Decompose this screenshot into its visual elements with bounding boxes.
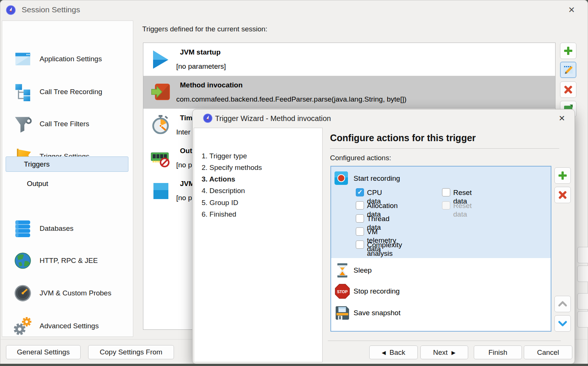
partial-button	[577, 293, 588, 310]
call-tree-icon	[13, 83, 32, 101]
trigger-subtitle: com.commafeed.backend.feed.FeedParser.pa…	[176, 95, 407, 103]
copy-settings-from-button[interactable]: Copy Settings From	[88, 345, 174, 359]
triggers-list-caption: Triggers defined for the current session…	[142, 25, 267, 33]
next-button[interactable]: Next ▶	[420, 345, 468, 359]
cpu-data-checkbox[interactable]	[356, 188, 364, 196]
database-icon	[13, 219, 32, 238]
button-label: Back	[389, 348, 405, 357]
sidebar-item-call-tree-filters[interactable]: Call Tree Filters	[2, 111, 133, 137]
wizard-step-finished[interactable]: 6. Finished	[202, 208, 236, 220]
sidebar-item-label: Databases	[40, 224, 74, 233]
wizard-step-group-id[interactable]: 5. Group ID	[202, 197, 238, 208]
sidebar-item-output[interactable]: Output	[6, 176, 128, 191]
wizard-footer-separator	[328, 341, 561, 341]
delete-x-icon	[557, 190, 568, 200]
action-item-save-snapshot[interactable]: Save snapshot	[331, 303, 551, 323]
delete-trigger-button[interactable]	[560, 81, 576, 98]
play-icon	[151, 49, 170, 70]
action-item-stop-recording[interactable]: STOP Stop recording	[331, 281, 551, 302]
sidebar-item-label: HTTP, RPC & JEE	[40, 257, 98, 265]
general-settings-button[interactable]: General Settings	[6, 345, 81, 359]
checkbox-label: Complexity analysis	[367, 241, 402, 258]
trigger-title: Out	[180, 147, 192, 155]
sidebar-item-call-tree-recording[interactable]: Call Tree Recording	[2, 79, 133, 105]
sidebar-item-http-rpc-jee[interactable]: HTTP, RPC & JEE	[2, 248, 133, 274]
move-action-down-button[interactable]	[554, 315, 571, 332]
wizard-step-specify-methods[interactable]: 2. Specify methods	[202, 162, 262, 173]
window-bottom-shadow	[0, 364, 588, 366]
gauge-icon	[13, 284, 32, 303]
trigger-subtitle: [no parameters]	[176, 62, 226, 71]
trigger-title: Tim	[180, 114, 192, 122]
trigger-row-jvm-startup[interactable]: JVM startup [no parameters]	[143, 43, 555, 76]
complexity-analysis-checkbox[interactable]	[356, 241, 364, 249]
sidebar-item-advanced-settings[interactable]: Advanced Settings	[2, 313, 133, 339]
finish-button[interactable]: Finish	[474, 345, 522, 359]
sidebar-item-databases[interactable]: Databases	[2, 215, 133, 242]
chevron-up-icon	[558, 299, 567, 309]
memory-icon	[151, 148, 170, 168]
action-label: Stop recording	[354, 287, 400, 295]
allocation-data-checkbox[interactable]	[356, 201, 364, 210]
action-label: Sleep	[354, 266, 372, 274]
vm-telemetry-data-checkbox[interactable]	[356, 227, 364, 236]
window-titlebar: Session Settings ✕	[0, 0, 588, 21]
settings-sidebar: Application Settings Call Tree Recording…	[2, 21, 133, 337]
delete-x-icon	[563, 84, 573, 95]
stop-sign-icon: STOP	[335, 284, 350, 299]
app-window-icon	[13, 50, 32, 68]
reset-data-checkbox-disabled	[442, 201, 450, 210]
sidebar-item-label: Advanced Settings	[40, 322, 99, 330]
sidebar-item-label: Call Tree Filters	[40, 120, 89, 128]
funnel-icon	[13, 115, 32, 133]
sidebar-item-label: Application Settings	[40, 55, 102, 63]
sidebar-item-application-settings[interactable]: Application Settings	[2, 46, 133, 72]
edit-pencil-icon	[563, 64, 574, 75]
trigger-row-method-invocation[interactable]: Method invocation com.commafeed.backend.…	[143, 76, 555, 109]
move-action-up-button[interactable]	[554, 296, 571, 312]
trigger-title: JVM startup	[180, 48, 221, 56]
configured-actions-panel: Start recording CPU data Allocation data…	[330, 166, 551, 332]
cancel-button[interactable]: Cancel	[524, 345, 572, 359]
sidebar-item-label: Call Tree Recording	[40, 88, 102, 96]
method-arrow-icon	[151, 82, 170, 103]
wizard-step-description[interactable]: 4. Description	[202, 185, 245, 196]
trigger-subtitle: [no p	[176, 161, 192, 169]
wizard-step-trigger-type[interactable]: 1. Trigger type	[202, 150, 247, 162]
jvm-square-icon	[151, 180, 170, 201]
trigger-subtitle: [no p	[176, 194, 192, 202]
add-action-button[interactable]	[554, 167, 571, 184]
button-label: Next	[433, 348, 448, 357]
trigger-subtitle: Inter	[176, 128, 190, 136]
partial-button	[577, 311, 588, 328]
trigger-wizard-dialog: Trigger Wizard - Method invocation ✕ 1. …	[192, 109, 575, 364]
add-trigger-button[interactable]	[560, 43, 576, 59]
back-button[interactable]: ◀ Back	[369, 345, 418, 359]
window-close-button[interactable]: ✕	[565, 4, 578, 16]
stopwatch-icon	[151, 115, 170, 136]
trigger-title: Method invocation	[180, 81, 243, 89]
thread-data-checkbox[interactable]	[356, 214, 364, 223]
gears-icon	[13, 317, 32, 335]
wizard-steps-panel: 1. Trigger type 2. Specify methods 3. Ac…	[194, 128, 323, 362]
session-settings-window: Session Settings ✕ Application Settings …	[0, 0, 588, 366]
sidebar-item-jvm-custom-probes[interactable]: JVM & Custom Probes	[2, 280, 133, 306]
wizard-close-button[interactable]: ✕	[556, 112, 568, 124]
wizard-step-actions[interactable]: 3. Actions	[202, 173, 235, 185]
window-title: Session Settings	[22, 5, 80, 14]
action-item-start-recording[interactable]: Start recording CPU data Allocation data…	[331, 167, 551, 258]
action-item-sleep[interactable]: Sleep	[331, 260, 551, 281]
stop-sign-text: STOP	[337, 289, 348, 294]
record-icon	[335, 171, 348, 185]
next-arrow-icon: ▶	[451, 350, 455, 356]
back-arrow-icon: ◀	[382, 350, 386, 356]
button-label: Finish	[488, 348, 507, 357]
reset-data-checkbox[interactable]	[442, 188, 450, 196]
remove-action-button[interactable]	[554, 187, 571, 203]
sidebar-item-triggers[interactable]: Triggers	[6, 156, 128, 172]
wizard-page-heading: Configure actions for this trigger	[330, 133, 476, 143]
globe-icon	[13, 251, 32, 270]
jprofiler-logo-icon	[203, 114, 212, 123]
edit-trigger-button[interactable]	[560, 62, 576, 78]
configured-actions-label: Configured actions:	[330, 154, 391, 162]
